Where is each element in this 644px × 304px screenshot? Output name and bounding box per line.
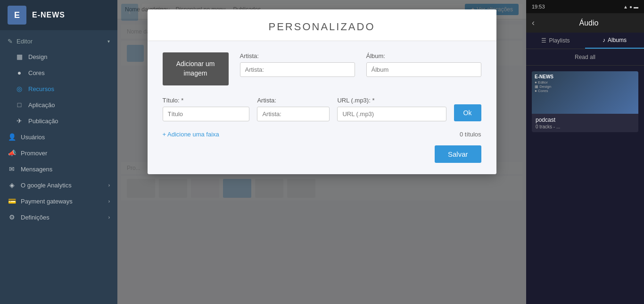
- back-button[interactable]: ‹: [532, 18, 535, 28]
- sidebar-item-usuarios[interactable]: 👤 Usuários: [0, 129, 117, 145]
- main-area: Nome da página: Disponível no menu Publi…: [117, 0, 526, 304]
- analytics-chevron-icon: ›: [108, 183, 110, 188]
- url-input[interactable]: [337, 107, 446, 121]
- album-label: Álbum:: [366, 52, 481, 59]
- time-display: 19:53: [532, 4, 545, 9]
- modal-track-row: Título: * Artista: URL (.mp3): * Ok: [163, 97, 481, 121]
- podcast-thumbnail: E-NEWS ● Editor ▦ Design ● Cores: [532, 71, 638, 114]
- sidebar-item-aplicacao[interactable]: □ Aplicação: [0, 97, 117, 113]
- design-icon: ▦: [15, 53, 24, 60]
- modal-overlay: PERSONALIZADO Adicionar um imagem Artist…: [117, 0, 526, 304]
- tab-playlists-label: Playlists: [549, 37, 570, 44]
- battery-icon: ▬: [634, 4, 638, 9]
- mensagens-icon: ✉: [8, 165, 16, 173]
- albums-icon: ♪: [603, 37, 605, 43]
- titulo-label: Título: *: [163, 97, 250, 104]
- sidebar-item-aplicacao-label: Aplicação: [28, 101, 55, 109]
- app-name: E-NEWS: [32, 11, 65, 19]
- sidebar-item-design-label: Design: [28, 53, 47, 60]
- sidebar-section-editor[interactable]: ✎ Editor ▾: [0, 34, 117, 49]
- ok-button[interactable]: Ok: [454, 104, 481, 121]
- modal-footer-row: + Adicione uma faixa 0 títulos: [163, 131, 481, 138]
- tab-albums-label: Albums: [608, 37, 627, 43]
- salvar-button[interactable]: Salvar: [435, 145, 481, 163]
- track-artista-field: Artista:: [257, 97, 330, 121]
- podcast-info: podcast 0 tracks - ...: [532, 114, 638, 132]
- modal: PERSONALIZADO Adicionar um imagem Artist…: [148, 9, 496, 174]
- track-artista-label: Artista:: [257, 97, 330, 104]
- album-input[interactable]: [366, 62, 481, 77]
- sidebar: E E-NEWS ✎ Editor ▾ ▦ Design ● Cores: [0, 0, 117, 304]
- wifi-icon: ▲: [623, 4, 628, 9]
- modal-body: Adicionar um imagem Artista: Álbum:: [148, 41, 496, 174]
- sidebar-item-recursos-label: Recursos: [28, 85, 54, 93]
- artist-field-group: Artista:: [240, 52, 355, 85]
- right-panel-topbar: 19:53 ▲ ● ▬: [526, 0, 644, 13]
- podcast-thumb-brand: E-NEWS: [535, 74, 553, 79]
- add-image-button[interactable]: Adicionar um imagem: [163, 52, 229, 85]
- titulo-field: Título: *: [163, 97, 250, 121]
- payment-icon: 💳: [8, 197, 16, 205]
- podcast-tracks: 0 tracks - ...: [536, 124, 635, 129]
- podcast-card[interactable]: E-NEWS ● Editor ▦ Design ● Cores podcast…: [532, 71, 638, 132]
- definicoes-chevron-icon: ›: [108, 215, 110, 220]
- payment-chevron-icon: ›: [108, 199, 110, 204]
- sidebar-item-mensagens[interactable]: ✉ Mensagens: [0, 161, 117, 177]
- modal-title: PERSONALIZADO: [163, 21, 481, 33]
- right-panel: 19:53 ▲ ● ▬ ‹ Áudio ☰ Playlists ♪ Albums…: [526, 0, 644, 304]
- sidebar-item-promover[interactable]: 📣 Promover: [0, 145, 117, 161]
- sidebar-section-editor-label: Editor: [17, 38, 33, 45]
- tab-playlists[interactable]: ☰ Playlists: [526, 33, 585, 49]
- sidebar-item-promover-label: Promover: [21, 150, 47, 157]
- album-field-group: Álbum:: [366, 52, 481, 85]
- read-all[interactable]: Read all: [526, 49, 644, 66]
- sidebar-item-payment-label: Payment gateways: [21, 198, 73, 205]
- right-panel-title: Áudio: [539, 19, 638, 27]
- sidebar-item-recursos[interactable]: ◎ Recursos: [0, 81, 117, 97]
- sidebar-item-definicoes[interactable]: ⚙ Definições ›: [0, 209, 117, 225]
- chevron-down-icon: ▾: [107, 39, 110, 44]
- app-logo: E: [8, 6, 26, 25]
- sidebar-item-definicoes-label: Definições: [21, 214, 50, 221]
- modal-header: PERSONALIZADO: [148, 9, 496, 41]
- signal-icon: ●: [629, 4, 632, 9]
- track-artista-input[interactable]: [257, 107, 330, 121]
- sidebar-item-analytics-label: O google Analytics: [21, 182, 72, 189]
- cores-icon: ●: [15, 69, 24, 76]
- podcast-thumb-items: ● Editor ▦ Design ● Cores: [535, 80, 551, 93]
- sidebar-item-publicacao-label: Publicação: [28, 118, 58, 125]
- sidebar-item-payment-gateways[interactable]: 💳 Payment gateways ›: [0, 193, 117, 209]
- recursos-icon: ◎: [15, 85, 24, 93]
- sidebar-item-mensagens-label: Mensagens: [21, 166, 52, 173]
- sidebar-item-cores[interactable]: ● Cores: [0, 65, 117, 81]
- artist-input[interactable]: [240, 62, 355, 77]
- sidebar-header: E E-NEWS: [0, 0, 117, 30]
- podcast-name: podcast: [536, 117, 635, 123]
- modal-top-row: Adicionar um imagem Artista: Álbum:: [163, 52, 481, 85]
- track-count: 0 títulos: [460, 131, 481, 138]
- titulo-input[interactable]: [163, 107, 250, 121]
- usuarios-icon: 👤: [8, 133, 16, 141]
- signal-icons: ▲ ● ▬: [623, 4, 638, 9]
- sidebar-item-cores-label: Cores: [28, 69, 45, 76]
- sidebar-item-usuarios-label: Usuários: [21, 134, 45, 141]
- right-panel-tabs: ☰ Playlists ♪ Albums: [526, 33, 644, 49]
- sidebar-item-publicacao[interactable]: ✈ Publicação: [0, 113, 117, 129]
- sidebar-item-google-analytics[interactable]: ◈ O google Analytics ›: [0, 177, 117, 193]
- add-track-link[interactable]: + Adicione uma faixa: [163, 131, 219, 138]
- publicacao-icon: ✈: [15, 117, 24, 125]
- aplicacao-icon: □: [15, 101, 24, 109]
- analytics-icon: ◈: [8, 181, 16, 189]
- promover-icon: 📣: [8, 149, 16, 157]
- sidebar-item-design[interactable]: ▦ Design: [0, 49, 117, 65]
- playlists-icon: ☰: [541, 37, 546, 44]
- url-label: URL (.mp3): *: [337, 97, 446, 104]
- definicoes-icon: ⚙: [8, 213, 16, 221]
- artist-label: Artista:: [240, 52, 355, 59]
- sidebar-nav: ✎ Editor ▾ ▦ Design ● Cores ◎ Recursos □…: [0, 30, 117, 304]
- editor-icon: ✎: [8, 38, 13, 45]
- tab-albums[interactable]: ♪ Albums: [585, 33, 644, 49]
- right-panel-header: ‹ Áudio: [526, 13, 644, 33]
- url-field: URL (.mp3): *: [337, 97, 446, 121]
